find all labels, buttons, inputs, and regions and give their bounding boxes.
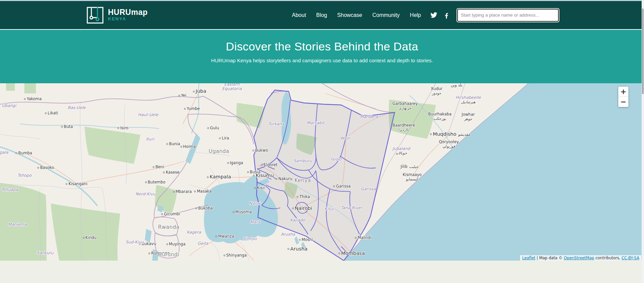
map-label-gala: gala (0, 150, 8, 155)
map-label-xudur: Xudurحودور (431, 86, 442, 95)
place-marker-dot (299, 239, 301, 241)
map-label-arusha: Arusha (281, 232, 295, 237)
place-marker-dot (145, 181, 147, 183)
place-label-arabic: هيرشابيل (456, 100, 481, 104)
leaflet-map[interactable]: JubaYeiYumbeGuluLiraBukwoIgangaEldoretBu… (0, 83, 644, 261)
map-label-shinyanga: Shinyanga (223, 253, 247, 258)
map-label-turkana: Turkana (268, 122, 284, 126)
hurumap-logo[interactable]: HURUmap KENYA (86, 6, 148, 24)
place-marker-dot (61, 126, 63, 128)
map-label-moshi: Moshi (299, 237, 313, 242)
map-label-rwanda: Rwanda (158, 224, 179, 230)
map-label-garissa: Garissa (333, 184, 351, 189)
place-marker-dot (338, 253, 340, 254)
browser-scrollbar[interactable] (642, 0, 644, 283)
nav-showcase[interactable]: Showcase (337, 12, 362, 18)
place-label-arabic: جيليب (409, 165, 419, 169)
place-marker-dot (184, 108, 186, 110)
map-label-tshuapa: Tshuapa (1, 187, 18, 192)
place-marker-dot (207, 127, 209, 129)
map-label-mandera: Mandera (360, 114, 378, 119)
facebook-icon[interactable] (445, 12, 448, 19)
map-label-isiro: Isiro (117, 126, 128, 130)
place-marker-dot (166, 243, 168, 245)
map-label-simiyu: Simiyu (243, 236, 257, 241)
license-link[interactable]: CC-BY-SA (622, 256, 639, 260)
place-label-arabic: كيسمايو (403, 177, 422, 181)
map-label-muyinga: Muyinga (166, 242, 185, 246)
nav-about[interactable]: About (292, 12, 306, 18)
nav-blog[interactable]: Blog (316, 12, 327, 18)
place-marker-dot (173, 191, 175, 193)
map-label-samburu: Samburu (293, 158, 312, 163)
site-header: HURUmap KENYA About Blog Showcase Commun… (0, 1, 644, 30)
map-label-basoko: Basoko (37, 165, 54, 170)
map-label-gulu: Gulu (207, 126, 219, 130)
map-label-qoryooley: Qoryooleyفوريولي (439, 139, 459, 149)
map-label-ituri: Ituri (146, 137, 154, 142)
hero-section: Discover the Stories Behind the Data HUR… (0, 30, 644, 83)
map-label-beni: Beni (153, 165, 164, 169)
zoom-out-button[interactable]: − (618, 97, 628, 107)
map-label-bumba: Bumba (16, 151, 32, 155)
leaflet-link[interactable]: Leaflet (522, 256, 535, 260)
place-marker-dot (166, 143, 168, 145)
map-label-butembo: Butembo (145, 180, 165, 184)
place-marker-dot (45, 112, 47, 114)
map-label-mbarara: Mbarara (173, 189, 192, 194)
map-label-mombasa: Mombasa (338, 251, 365, 256)
zoom-in-button[interactable]: + (618, 87, 628, 97)
place-marker-dot (253, 175, 255, 176)
map-label-بلد-وين: بلد وين (451, 83, 462, 87)
map-attribution: Leaflet | Map data © OpenStreetMap contr… (520, 255, 641, 261)
place-marker-dot (292, 208, 294, 209)
map-label-juba: Juba (193, 88, 206, 94)
nav-community[interactable]: Community (372, 12, 400, 18)
place-marker-dot (153, 166, 154, 168)
place-marker-dot (161, 213, 163, 215)
map-label-thika: Thika (297, 194, 310, 199)
map-label-equatoria: Equatoria (222, 86, 242, 91)
map-label-kindu: Kindu (83, 235, 96, 240)
twitter-icon[interactable] (430, 12, 437, 18)
place-marker-dot (180, 146, 182, 148)
hero-subtitle: HURUmap Kenya helps storytellers and cam… (0, 58, 644, 63)
openstreetmap-link[interactable]: OpenStreetMap (564, 256, 594, 260)
map-label-mwanza: Mwanza (216, 234, 234, 239)
map-label-yakoma: Yakoma (24, 96, 42, 101)
map-label-nord-kivu: Nord-Kivu (136, 192, 156, 196)
place-marker-dot (194, 191, 196, 192)
place-label-arabic: بورحكب (428, 116, 451, 121)
place-marker-dot (355, 237, 357, 239)
nav-help[interactable]: Help (410, 12, 421, 18)
map-label-buta: Buta (61, 124, 73, 129)
place-marker-dot (178, 95, 180, 96)
place-search-input[interactable] (457, 9, 559, 22)
map-label-narok: Narok (249, 201, 261, 206)
header-search (457, 9, 559, 22)
social-links (430, 12, 448, 19)
map-label-arusha: Arusha (288, 246, 308, 252)
place-label-arabic: حودور (431, 91, 442, 95)
map-label-kampala: Kampala (207, 174, 231, 179)
map-label-sankuru: Sankuru (37, 251, 53, 255)
map-label-nakuru: Nakuru (276, 176, 292, 181)
place-marker-dot (193, 91, 195, 92)
place-marker-dot (207, 176, 208, 178)
map-label-jilib: Jilibجيليب (401, 164, 419, 169)
place-label-arabic: مقديشو (458, 132, 470, 137)
map-label-iganga: Iganga (227, 160, 243, 165)
main-nav: About Blog Showcase Community Help (292, 12, 421, 18)
place-marker-dot (232, 211, 234, 213)
hurumap-logo-icon (86, 6, 104, 24)
place-marker-dot (117, 127, 119, 129)
place-marker-dot (247, 171, 249, 173)
map-label-sud-kivu: Sud-Kivu (126, 240, 143, 244)
scrollbar-thumb[interactable] (642, 8, 644, 94)
map-label-tana-river: Tana River (341, 205, 362, 210)
map-label-bunia: Bunia (166, 142, 180, 146)
map-label-kitui: Kitui (325, 206, 334, 211)
map-label-maniema: Maniema (8, 222, 27, 227)
place-label-arabic: جربهاري (393, 106, 418, 110)
map-label-kisumu: Kisumu (253, 173, 274, 178)
